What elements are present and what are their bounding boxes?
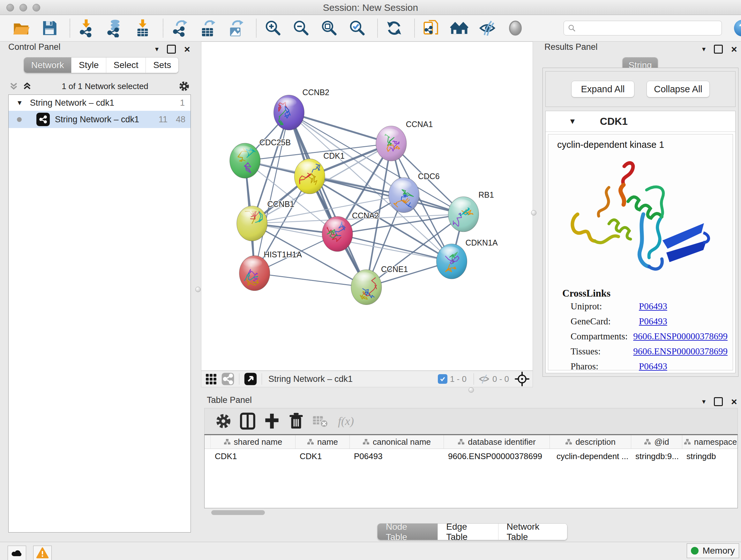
- export-network-web-icon[interactable]: [421, 17, 442, 39]
- cell-description[interactable]: cyclin-dependent ...: [549, 451, 631, 461]
- zoom-selected-icon[interactable]: [347, 17, 367, 39]
- refresh-layout-icon[interactable]: [384, 17, 405, 39]
- column-header-id[interactable]: @id: [631, 435, 682, 449]
- search-input[interactable]: [576, 23, 715, 34]
- node-gloss: [355, 272, 374, 282]
- expand-all-button[interactable]: Expand All: [571, 81, 634, 98]
- warnings-button[interactable]: [33, 546, 52, 560]
- float-menu-icon[interactable]: ▾: [702, 46, 705, 53]
- import-table-file-icon[interactable]: [132, 17, 153, 39]
- collapse-all-icon[interactable]: [8, 81, 19, 91]
- function-builder-icon[interactable]: f(x): [338, 415, 354, 428]
- cell-canonical-name[interactable]: P06493: [349, 451, 444, 461]
- network-canvas[interactable]: CCNB2CCNA1CDC25BCDK1CDC6RB1CCNB1CCNA2CDK…: [201, 42, 533, 371]
- crosslink-link[interactable]: 9606.ENSP00000378699: [633, 331, 728, 341]
- save-session-icon[interactable]: [39, 17, 60, 39]
- grid-view-icon[interactable]: [205, 373, 217, 385]
- collapse-all-button[interactable]: Collapse All: [647, 81, 710, 98]
- tab-sets[interactable]: Sets: [146, 57, 179, 73]
- tab-select[interactable]: Select: [106, 57, 146, 73]
- zoom-fit-icon[interactable]: [319, 17, 340, 39]
- delete-table-icon[interactable]: [311, 411, 330, 431]
- crosslink-link[interactable]: P06493: [639, 316, 667, 327]
- float-window-icon[interactable]: [714, 397, 723, 406]
- column-header-shared-name[interactable]: shared name: [211, 435, 295, 449]
- tab-edge-table[interactable]: Edge Table: [438, 523, 498, 540]
- left-splitter-handle[interactable]: [195, 287, 201, 292]
- network-edge[interactable]: [289, 113, 366, 287]
- open-session-icon[interactable]: [11, 17, 32, 39]
- close-panel-icon[interactable]: ×: [184, 44, 190, 54]
- column-header-description[interactable]: description: [550, 435, 631, 449]
- cell-database-identifier[interactable]: 9606.ENSP00000378699: [444, 451, 549, 461]
- table-settings-gear-icon[interactable]: [213, 411, 233, 431]
- zoom-in-icon[interactable]: [262, 17, 283, 39]
- cell-namespace[interactable]: stringdb: [682, 451, 738, 461]
- network-edge[interactable]: [255, 273, 366, 287]
- crosslink-link[interactable]: P06493: [639, 301, 667, 312]
- tab-node-table[interactable]: Node Table: [378, 523, 438, 540]
- column-header-database-identifier[interactable]: database identifier: [444, 435, 550, 449]
- network-node-rb1[interactable]: RB1: [448, 190, 494, 232]
- table-horizontal-scrollbar[interactable]: [211, 510, 265, 515]
- cell-name[interactable]: CDK1: [295, 451, 349, 461]
- node-label-rb1: RB1: [478, 190, 494, 199]
- float-window-icon[interactable]: [167, 45, 176, 54]
- column-header-name[interactable]: name: [295, 435, 350, 449]
- bottom-splitter-handle[interactable]: [468, 387, 474, 393]
- expand-all-icon[interactable]: [22, 81, 32, 91]
- help-icon[interactable]: ?: [734, 20, 741, 37]
- birds-eye-view-icon[interactable]: [244, 372, 257, 386]
- network-graph[interactable]: CCNB2CCNA1CDC25BCDK1CDC6RB1CCNB1CCNA2CDK…: [201, 42, 533, 370]
- gene-collapse-icon[interactable]: ▼: [569, 117, 576, 126]
- column-header-namespace[interactable]: namespace: [682, 435, 738, 449]
- network-share-icon[interactable]: [221, 372, 234, 386]
- hide-selected-icon[interactable]: [477, 17, 498, 39]
- collection-expand-icon[interactable]: ▼: [16, 99, 23, 107]
- column-header-canonical-name[interactable]: canonical name: [350, 435, 444, 449]
- network-node-ccnb1[interactable]: CCNB1: [237, 199, 294, 241]
- add-column-icon[interactable]: [262, 411, 282, 431]
- memory-button[interactable]: Memory: [687, 543, 739, 558]
- import-network-file-icon[interactable]: [76, 17, 97, 39]
- show-hidden-icon[interactable]: [505, 17, 526, 39]
- tab-network[interactable]: Network: [24, 57, 71, 73]
- close-panel-icon[interactable]: ×: [731, 396, 737, 407]
- export-image-icon[interactable]: [225, 17, 246, 39]
- import-network-database-icon[interactable]: [104, 17, 125, 39]
- toolbar-separator: [163, 19, 163, 37]
- cloud-status-button[interactable]: [8, 546, 26, 560]
- network-options-gear-icon[interactable]: [178, 79, 191, 93]
- selected-nodes-checkbox-icon[interactable]: [438, 374, 448, 384]
- network-node-ccna1[interactable]: CCNA1: [376, 120, 433, 161]
- cell-shared-name[interactable]: CDK1: [210, 451, 295, 461]
- close-panel-icon[interactable]: ×: [731, 44, 737, 54]
- hidden-eye-icon[interactable]: [478, 374, 490, 384]
- home-view-icon[interactable]: [449, 17, 470, 39]
- crosslink-link[interactable]: 9606.ENSP00000378699: [633, 346, 728, 357]
- network-node-cdk1[interactable]: CDK1: [294, 151, 344, 194]
- gene-section-header[interactable]: ▼ CDK1: [546, 111, 735, 132]
- network-label: String Network – cdk1: [55, 115, 139, 125]
- network-edge[interactable]: [255, 113, 289, 273]
- zoom-out-icon[interactable]: [290, 17, 312, 39]
- network-node-cdkn1a[interactable]: CDKN1A: [436, 238, 498, 279]
- show-columns-icon[interactable]: [238, 411, 258, 431]
- float-menu-icon[interactable]: ▾: [155, 46, 158, 53]
- right-splitter-handle[interactable]: [531, 210, 536, 215]
- cell-id[interactable]: stringdb:9...: [631, 451, 682, 461]
- tab-style[interactable]: Style: [71, 57, 106, 73]
- export-table-icon[interactable]: [197, 17, 218, 39]
- network-node-hist1h1a[interactable]: HIST1H1A: [239, 250, 302, 291]
- network-collection-row[interactable]: ▼ String Network – cdk1 1: [9, 95, 191, 111]
- export-network-icon[interactable]: [169, 17, 190, 39]
- crosslink-link[interactable]: P06493: [639, 361, 667, 372]
- float-window-icon[interactable]: [714, 45, 723, 54]
- delete-column-icon[interactable]: [286, 411, 306, 431]
- fit-selected-crosshair-icon[interactable]: [515, 372, 529, 386]
- float-menu-icon[interactable]: ▾: [702, 398, 705, 405]
- tab-network-table[interactable]: Network Table: [498, 523, 567, 540]
- network-row-selected[interactable]: String Network – cdk1 11 48: [9, 111, 191, 128]
- network-edge[interactable]: [289, 113, 391, 144]
- table-row[interactable]: CDK1 CDK1 P06493 9606.ENSP00000378699 cy…: [205, 449, 738, 463]
